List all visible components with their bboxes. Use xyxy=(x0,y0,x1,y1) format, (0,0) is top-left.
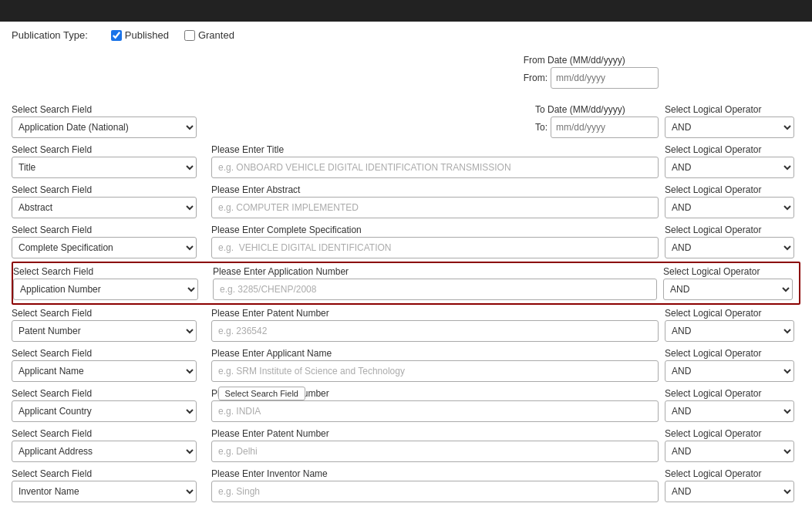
field-select-complete-spec[interactable]: Complete Specification xyxy=(12,237,197,258)
text-label-app-number: Please Enter Application Number xyxy=(213,266,657,277)
logical-label-app-number: Select Logical Operator xyxy=(663,266,760,277)
logical-select-app-date[interactable]: AND xyxy=(665,117,794,138)
field-group-applicant-address: Select Search FieldApplicant Address xyxy=(12,425,208,465)
field-label-applicant-country: Select Search Field xyxy=(12,388,205,399)
to-date-block: To Date (MM/dd/yyyy)To: xyxy=(535,104,659,138)
logical-select-applicant-name[interactable]: AND xyxy=(665,360,794,382)
search-row-patent-number: Select Search FieldPatent NumberPlease E… xyxy=(12,305,800,345)
mid-group-title: Please Enter Title xyxy=(208,141,662,181)
text-input-applicant-name[interactable] xyxy=(211,360,659,382)
search-row-title: Select Search FieldTitlePlease Enter Tit… xyxy=(12,141,800,181)
logical-label-applicant-country: Select Logical Operator xyxy=(665,388,761,399)
field-group-title: Select Search FieldTitle xyxy=(12,141,208,181)
logical-group-inventor-name: Select Logical OperatorAND xyxy=(662,465,800,505)
logical-group-applicant-name: Select Logical OperatorAND xyxy=(662,345,800,385)
logical-select-patent-number[interactable]: AND xyxy=(665,320,794,342)
from-date-input[interactable] xyxy=(551,67,659,89)
field-group-applicant-country: Select Search FieldSelect Search FieldAp… xyxy=(12,385,208,425)
mid-group-app-number: Please Enter Application Number xyxy=(210,263,660,303)
field-select-app-number[interactable]: Application Number xyxy=(13,279,198,300)
text-input-inventor-name[interactable] xyxy=(211,481,659,502)
field-label-abstract: Select Search Field xyxy=(12,184,205,195)
search-row-inventor-name: Select Search FieldInventor NamePlease E… xyxy=(12,465,800,505)
logical-select-inventor-name[interactable]: AND xyxy=(665,481,794,502)
mid-group-inventor-country: Please Enter Inventor Country xyxy=(208,505,662,510)
text-input-applicant-country[interactable] xyxy=(211,400,659,422)
field-select-app-date[interactable]: Application Date (National) xyxy=(12,117,197,138)
field-group-patent-number: Select Search FieldPatent Number xyxy=(12,305,208,345)
field-select-abstract[interactable]: Abstract xyxy=(12,197,197,218)
text-label-complete-spec: Please Enter Complete Specification xyxy=(211,225,659,235)
to-input-row: To: xyxy=(535,117,659,138)
logical-label-title: Select Logical Operator xyxy=(665,144,761,155)
field-group-inventor-name: Select Search FieldInventor Name xyxy=(12,465,208,505)
published-checkbox-group[interactable]: Published xyxy=(111,29,169,41)
text-label-title: Please Enter Title xyxy=(211,144,659,155)
publication-type-row: Publication Type: Published Granted xyxy=(12,29,800,41)
text-input-applicant-address[interactable] xyxy=(211,441,659,462)
field-label-applicant-name: Select Search Field xyxy=(12,348,205,359)
mid-group-app-date: From Date (MM/dd/yyyy)From:To Date (MM/d… xyxy=(208,52,662,141)
field-group-applicant-name: Select Search FieldApplicant Name xyxy=(12,345,208,385)
text-input-abstract[interactable] xyxy=(211,197,659,218)
field-label-applicant-address: Select Search Field xyxy=(12,428,205,439)
search-row-complete-spec: Select Search FieldComplete Specificatio… xyxy=(12,221,800,262)
to-date-top-label: To Date (MM/dd/yyyy) xyxy=(535,104,659,115)
search-row-app-number: Select Search FieldApplication NumberPle… xyxy=(12,262,800,305)
logical-group-abstract: Select Logical OperatorAND xyxy=(662,181,800,221)
granted-label: Granted xyxy=(198,29,234,41)
mid-group-applicant-name: Please Enter Applicant Name xyxy=(208,345,662,385)
field-select-applicant-address[interactable]: Applicant Address xyxy=(12,441,197,462)
text-input-complete-spec[interactable] xyxy=(211,237,659,258)
logical-select-complete-spec[interactable]: AND xyxy=(665,237,794,258)
field-select-inventor-name[interactable]: Inventor Name xyxy=(12,481,197,502)
field-select-applicant-country[interactable]: Applicant Country xyxy=(12,400,197,422)
search-row-app-date: Select Search FieldApplication Date (Nat… xyxy=(12,52,800,141)
field-group-inventor-country: Select Search FieldInventor Country xyxy=(12,505,208,510)
mid-group-inventor-name: Please Enter Inventor Name xyxy=(208,465,662,505)
to-date-input[interactable] xyxy=(551,117,659,138)
search-row-applicant-address: Select Search FieldApplicant AddressPlea… xyxy=(12,425,800,465)
to-label: To: xyxy=(535,122,548,133)
from-input-row: From: xyxy=(524,67,659,89)
search-row-applicant-name: Select Search FieldApplicant NamePlease … xyxy=(12,345,800,385)
field-select-title[interactable]: Title xyxy=(12,157,197,178)
published-checkbox[interactable] xyxy=(111,30,122,41)
logical-group-applicant-country: Select Logical OperatorAND xyxy=(662,385,800,425)
from-label: From: xyxy=(524,73,548,83)
logical-label-applicant-name: Select Logical Operator xyxy=(665,348,761,359)
main-container: Publication Type: Published Granted Sele… xyxy=(0,22,812,510)
text-input-patent-number[interactable] xyxy=(211,320,659,342)
field-label-title: Select Search Field xyxy=(12,144,205,155)
text-input-app-number[interactable] xyxy=(213,279,657,300)
granted-checkbox[interactable] xyxy=(184,30,195,41)
field-select-patent-number[interactable]: Patent Number xyxy=(12,320,197,342)
text-label-inventor-name: Please Enter Inventor Name xyxy=(211,468,659,479)
mid-group-applicant-address: Please Enter Patent Number xyxy=(208,425,662,465)
tooltip-wrapper-applicant-country: Select Search FieldSelect Search Field xyxy=(12,388,205,400)
logical-label-app-date: Select Logical Operator xyxy=(665,104,761,115)
logical-group-title: Select Logical OperatorAND xyxy=(662,141,800,181)
search-row-applicant-country: Select Search FieldSelect Search FieldAp… xyxy=(12,385,800,425)
logical-group-app-date: Select Logical OperatorAND xyxy=(662,101,800,141)
logical-select-abstract[interactable]: AND xyxy=(665,197,794,218)
text-label-patent-number: Please Enter Patent Number xyxy=(211,308,659,319)
published-label: Published xyxy=(125,29,169,41)
granted-checkbox-group[interactable]: Granted xyxy=(184,29,234,41)
logical-select-applicant-address[interactable]: AND xyxy=(665,441,794,462)
logical-group-inventor-country: Select Logical OperatorAND xyxy=(662,505,800,510)
logical-label-abstract: Select Logical Operator xyxy=(665,184,761,195)
field-label-inventor-name: Select Search Field xyxy=(12,468,205,479)
search-row-abstract: Select Search FieldAbstractPlease Enter … xyxy=(12,181,800,221)
field-select-applicant-name[interactable]: Applicant Name xyxy=(12,360,197,382)
mid-group-patent-number: Please Enter Patent Number xyxy=(208,305,662,345)
logical-select-app-number[interactable]: AND xyxy=(663,279,793,300)
field-label-app-date: Select Search Field xyxy=(12,104,205,115)
from-date-block: From Date (MM/dd/yyyy)From: xyxy=(524,55,659,89)
logical-select-title[interactable]: AND xyxy=(665,157,794,178)
top-bar xyxy=(0,0,812,22)
logical-label-complete-spec: Select Logical Operator xyxy=(665,225,761,235)
logical-select-applicant-country[interactable]: AND xyxy=(665,400,794,422)
logical-group-applicant-address: Select Logical OperatorAND xyxy=(662,425,800,465)
text-input-title[interactable] xyxy=(211,157,659,178)
